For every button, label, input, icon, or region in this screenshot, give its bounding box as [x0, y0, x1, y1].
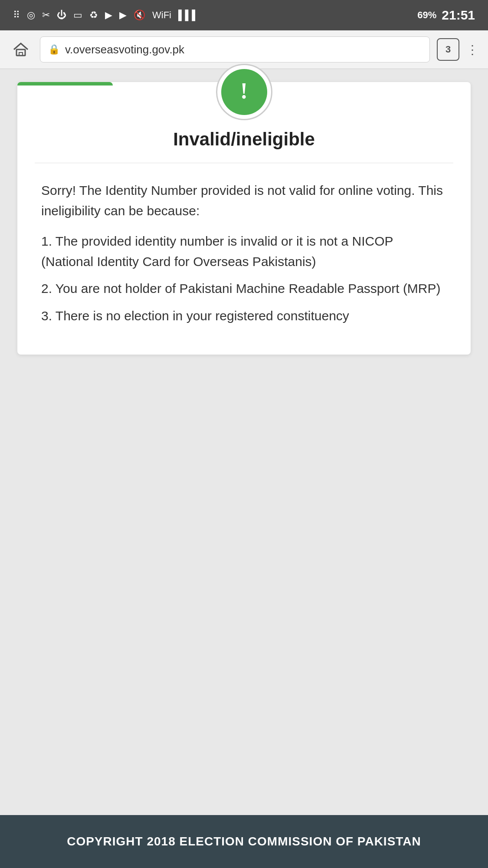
home-button[interactable] — [9, 37, 33, 62]
icon-outer-circle: ! — [216, 64, 272, 120]
status-icon-wrapper: ! — [17, 64, 471, 120]
browser-chrome: 🔒 v.overseasvoting.gov.pk 3 ⋮ — [0, 30, 488, 69]
signal-icon: ▌▌▌ — [178, 10, 199, 21]
reason-1: 1. The provided identity number is inval… — [41, 231, 447, 272]
home-icon — [13, 42, 29, 57]
lock-icon: 🔒 — [48, 44, 60, 55]
recycle-icon: ♻ — [89, 10, 98, 21]
status-bar: ⠿ ◎ ✂ ⏻ ▭ ♻ ▶ ▶ 🔇 WiFi ▌▌▌ 69% 21:51 — [0, 0, 488, 30]
tab-count-button[interactable]: 3 — [437, 38, 459, 61]
card-body: Sorry! The Identity Number provided is n… — [17, 181, 471, 326]
scissors-icon: ✂ — [42, 10, 50, 21]
footer-text: COPYRIGHT 2018 ELECTION COMMISSION OF PA… — [26, 832, 462, 851]
status-time: 21:51 — [442, 8, 475, 23]
notification-icon: ⠿ — [13, 10, 20, 21]
battery-percentage: 69% — [417, 10, 436, 21]
youtube2-icon: ▶ — [119, 10, 127, 21]
intro-text: Sorry! The Identity Number provided is n… — [41, 181, 447, 221]
exclamation-icon: ! — [240, 80, 248, 102]
card-divider — [35, 163, 453, 163]
power-icon: ⏻ — [57, 10, 66, 21]
page-content: ! Invalid/ineligible Sorry! The Identity… — [0, 69, 488, 815]
mute-icon: 🔇 — [134, 10, 145, 21]
url-text: v.overseasvoting.gov.pk — [65, 43, 184, 56]
status-bar-left: ⠿ ◎ ✂ ⏻ ▭ ♻ ▶ ▶ 🔇 WiFi ▌▌▌ — [13, 10, 199, 21]
icon-inner-circle: ! — [221, 69, 267, 115]
reason-2: 2. You are not holder of Pakistani Machi… — [41, 279, 447, 299]
footer: COPYRIGHT 2018 ELECTION COMMISSION OF PA… — [0, 815, 488, 868]
wifi-icon: WiFi — [152, 10, 171, 21]
youtube-icon: ▶ — [105, 10, 112, 21]
result-card: ! Invalid/ineligible Sorry! The Identity… — [17, 82, 471, 355]
url-bar[interactable]: 🔒 v.overseasvoting.gov.pk — [40, 36, 430, 62]
reason-3: 3. There is no election in your register… — [41, 306, 447, 326]
card-title: Invalid/ineligible — [17, 129, 471, 150]
camera-icon: ◎ — [27, 10, 35, 21]
monitor-icon: ▭ — [73, 10, 82, 21]
status-bar-right: 69% 21:51 — [417, 8, 475, 23]
browser-menu-button[interactable]: ⋮ — [466, 43, 479, 57]
